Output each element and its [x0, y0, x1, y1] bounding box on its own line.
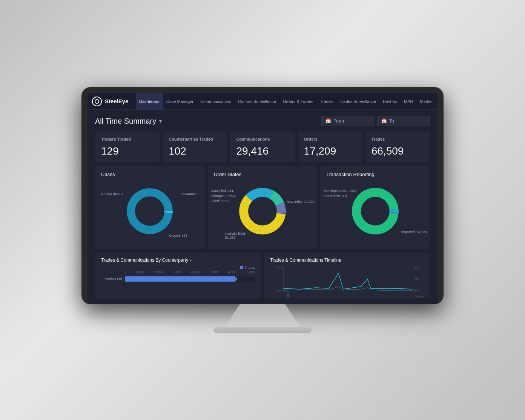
stat-value-trades: 66,509	[371, 145, 424, 157]
stat-card-orders: Orders 17,209	[298, 132, 362, 162]
y-right-top: 800	[414, 266, 419, 269]
tx-donut-wrapper: Not Reportable: 1,932 Reportable: 354	[326, 181, 424, 241]
cases-donut-svg	[125, 187, 174, 236]
nav-item-dashboard[interactable]: Dashboard	[136, 93, 163, 110]
trades-legend: Trades	[101, 266, 255, 270]
counterparty-chevron-icon[interactable]: ▾	[190, 258, 192, 262]
stat-value-communications: 29,416	[236, 145, 289, 157]
stat-label-communications: Communications	[236, 137, 289, 141]
counterparty-chart-title: Trades & Communications By Counterparty …	[101, 258, 255, 263]
cases-chart-card: Cases No due date: 8 Overdue: 1	[95, 166, 205, 249]
nav-items: Dashboard Case Manager Communications Co…	[136, 93, 438, 110]
order-states-donut-wrapper: Cancelled: 111 Changed: 6,253 Filled: 9,…	[214, 181, 312, 241]
transaction-reporting-chart-title: Transaction Reporting	[326, 172, 424, 177]
trades-legend-label: Trades	[244, 266, 255, 270]
stat-card-communications: Communications 29,416	[230, 132, 295, 162]
main-content: All Time Summary ▾ 📅 From 📅 To	[88, 110, 438, 304]
bottom-row: Trades & Communications By Counterparty …	[95, 253, 430, 298]
logo-text: SteelEye	[105, 98, 129, 104]
order-states-donut-svg	[238, 187, 287, 236]
nav-item-case-manager[interactable]: Case Manager	[163, 93, 197, 110]
nav-item-best-ex[interactable]: Best Ex	[379, 93, 401, 110]
page-title-container: All Time Summary ▾	[95, 117, 162, 126]
transaction-reporting-chart-card: Transaction Reporting Not Reportable: 1,…	[320, 166, 430, 249]
bar-row-mitchell: Mitchell Ltd	[101, 276, 255, 282]
y-right-mid: 700	[414, 277, 419, 281]
timeline-chart-card: Trades & Communications Timeline 2,500 2…	[264, 253, 430, 298]
y-right-bottom: 600	[414, 289, 419, 292]
to-date-input[interactable]: 📅 To	[377, 116, 430, 126]
y-left-bottom: 2,000	[276, 289, 283, 292]
bar-label-mitchell: Mitchell Ltd	[101, 277, 122, 281]
stat-label-trades: Trades	[371, 137, 424, 141]
stat-card-traders-traded: Traders Traded 129	[95, 132, 160, 162]
nav-item-trades-surveillance[interactable]: Trades Surveillance	[336, 93, 379, 110]
nav-item-communications[interactable]: Communications	[197, 93, 235, 110]
bar-axis: 0 1,000 2,000 3,000 4,000 5,000 6,000 7,…	[101, 270, 255, 274]
stat-label-counterparties: Counterparties Traded	[169, 137, 221, 141]
order-states-chart-title: Order States	[214, 172, 312, 177]
bar-fill-mitchell	[125, 276, 235, 282]
timeline-chart-title: Trades & Communications Timeline	[270, 258, 424, 263]
stats-row: Traders Traded 129 Counterparties Traded…	[95, 132, 430, 162]
calendar-from-icon: 📅	[325, 118, 331, 124]
nav-item-market[interactable]: Market	[416, 93, 436, 110]
stat-value-orders: 17,209	[304, 145, 356, 157]
stat-value-counterparties: 102	[169, 145, 221, 157]
nav-item-mar[interactable]: MAR	[401, 93, 416, 110]
from-date-input[interactable]: 📅 From	[321, 116, 374, 126]
nav-item-orders-trades[interactable]: Orders & Trades	[279, 93, 317, 110]
order-states-chart-card: Order States Cancelled: 111 Changed: 6,2…	[208, 166, 318, 249]
calendar-to-icon: 📅	[381, 118, 387, 124]
order-label-right: New order: 17,209	[286, 200, 314, 204]
stat-card-trades: Trades 66,509	[365, 132, 430, 162]
cases-label-overdue: Overdue: 1	[182, 192, 199, 196]
counterparty-chart-card: Trades & Communications By Counterparty …	[95, 253, 261, 298]
order-label-bottom: Partially filled: 51,082	[225, 232, 246, 239]
comms-y-label: Comms	[413, 295, 424, 298]
tx-donut-svg	[351, 187, 400, 236]
page-title: All Time Summary	[95, 117, 156, 126]
page-header: All Time Summary ▾ 📅 From 📅 To	[95, 116, 430, 126]
cases-donut-wrapper: No due date: 8 Overdue: 1	[101, 181, 199, 241]
nav-item-emir[interactable]: EMIR	[436, 93, 438, 110]
svg-point-8	[356, 192, 394, 230]
order-label-left: Cancelled: 111 Changed: 6,253 Filled: 9,…	[211, 189, 235, 204]
cases-chart-title: Cases	[101, 172, 199, 177]
cases-label-closed: Closed: 563	[169, 234, 187, 238]
from-label: From	[333, 118, 344, 124]
stat-label-traders-traded: Traders Traded	[101, 137, 154, 141]
timeline-svg	[284, 266, 413, 292]
tx-label-right: Reported: 64,223	[401, 230, 427, 234]
logo: SteelEye	[92, 97, 130, 106]
cases-label-no-due-date: No due date: 8	[101, 192, 123, 196]
tx-label-left: Not Reportable: 1,932 Reportable: 354	[323, 189, 356, 199]
page-title-chevron[interactable]: ▾	[159, 118, 162, 124]
navbar: SteelEye Dashboard Case Manager Communic…	[88, 93, 438, 110]
to-label: To	[389, 118, 394, 124]
bar-track-mitchell	[125, 276, 255, 282]
logo-icon	[92, 97, 102, 106]
nav-item-trades[interactable]: Trades	[316, 93, 336, 110]
bar-dot-mitchell	[234, 277, 237, 281]
date-filters: 📅 From 📅 To	[321, 116, 430, 126]
trades-y-label: Trades	[286, 292, 290, 298]
stat-card-counterparties: Counterparties Traded 102	[163, 132, 227, 162]
trades-legend-box	[240, 266, 243, 269]
charts-row: Cases No due date: 8 Overdue: 1	[95, 166, 430, 249]
y-left-top: 2,500	[276, 266, 283, 269]
stat-value-traders-traded: 129	[101, 145, 154, 157]
nav-item-comms-surveillance[interactable]: Comms Surveillance	[235, 93, 279, 110]
svg-point-0	[131, 192, 169, 230]
stat-label-orders: Orders	[304, 137, 356, 141]
